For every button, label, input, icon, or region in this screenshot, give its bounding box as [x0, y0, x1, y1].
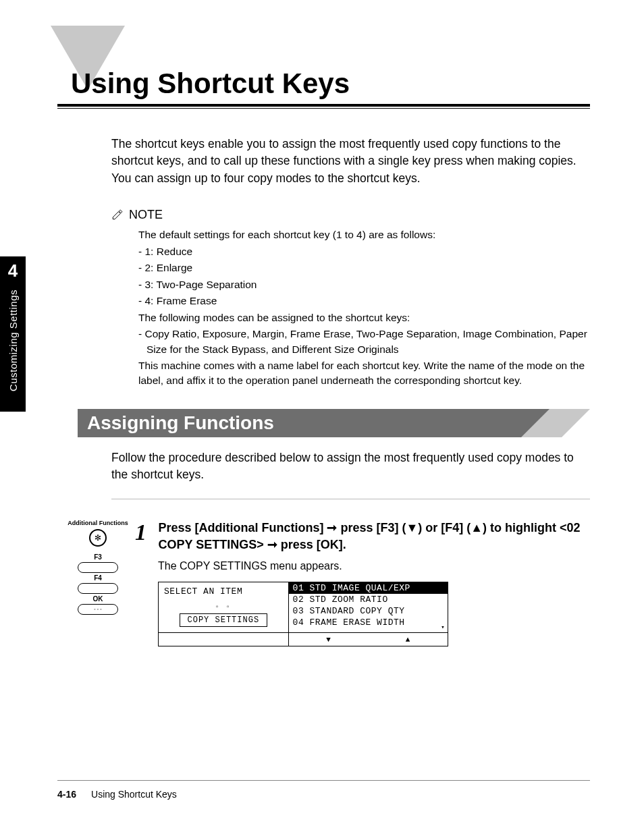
step-sub: The COPY SETTINGS menu appears.: [158, 560, 590, 572]
lcd-row-3: 03 STANDARD COPY QTY: [289, 605, 448, 617]
arrow-icon-2: ➞: [267, 538, 277, 551]
pencil-icon: [111, 209, 124, 221]
section-intro: Follow the procedure described below to …: [111, 449, 590, 484]
lcd-display: SELECT AN ITEM ▫ ▫ COPY SETTINGS 01 STD …: [158, 582, 448, 646]
arrow-icon: ➞: [327, 521, 337, 534]
lcd-row-1: 01 STD IMAGE QUAL/EXP: [289, 582, 448, 594]
scroll-up-icon: ▴: [441, 584, 444, 591]
chapter-title: Using Shortcut Keys: [57, 34, 590, 100]
lcd-scroll-icon: ▴ ▾: [439, 584, 446, 631]
note-line-1: The default settings for each shortcut k…: [138, 227, 590, 242]
section-title: Assigning Functions: [87, 412, 274, 434]
scroll-down-icon: ▾: [441, 624, 444, 631]
note-modes: - Copy Ratio, Exposure, Margin, Frame Er…: [138, 327, 590, 357]
page-number: 4-16: [57, 789, 76, 800]
lcd-left-title: SELECT AN ITEM: [164, 586, 283, 597]
intro-paragraph: The shortcut keys enable you to assign t…: [111, 136, 590, 187]
note-default-3: - 3: Two-Page Separation: [138, 277, 590, 292]
note-label: NOTE: [129, 206, 163, 223]
chapter-heading: Using Shortcut Keys: [57, 34, 590, 109]
footer: 4-16 Using Shortcut Keys: [57, 789, 177, 800]
lcd-dots-icon: ▫ ▫: [164, 603, 283, 611]
ok-key-label: OK: [61, 595, 135, 603]
note-default-1: - 1: Reduce: [138, 244, 590, 259]
key-diagram: Additional Functions ✻ F3 F4 OK: [61, 520, 135, 646]
f4-key-icon: [78, 583, 118, 594]
note-heading: NOTE: [111, 206, 590, 223]
af-key-label: Additional Functions: [61, 520, 135, 526]
lcd-row-2: 02 STD ZOOM RATIO: [289, 594, 448, 605]
chapter-rule-thick: [57, 104, 590, 107]
f3-key-label: F3: [61, 553, 135, 561]
section-bar: Assigning Functions: [78, 409, 590, 437]
lcd-nav-up: ▲: [368, 633, 448, 646]
lcd-left-box: COPY SETTINGS: [180, 613, 267, 627]
f4-key-label: F4: [61, 574, 135, 582]
lcd-row-4: 04 FRAME ERASE WIDTH: [289, 617, 448, 628]
step-head-a: Press [Additional Functions]: [158, 521, 327, 534]
note-default-4: - 4: Frame Erase: [138, 294, 590, 308]
lcd-nav-down: ▼: [289, 633, 369, 646]
note-default-2: - 2: Enlarge: [138, 260, 590, 275]
f3-key-icon: [78, 562, 118, 573]
chapter-rule-thin: [57, 108, 590, 109]
step-heading: Press [Additional Functions] ➞ press [F3…: [158, 520, 586, 553]
additional-functions-key-icon: ✻: [89, 529, 107, 547]
note-affix: This machine comes with a name label for…: [138, 358, 590, 389]
step-separator: [111, 499, 590, 499]
chapter-number: 4: [8, 260, 18, 281]
step-number: 1: [135, 520, 155, 545]
step-head-c: press [OK].: [277, 538, 346, 551]
side-tab: 4 Customizing Settings: [0, 256, 26, 412]
footer-title: Using Shortcut Keys: [91, 789, 177, 800]
side-tab-label: Customizing Settings: [7, 289, 19, 391]
ok-key-icon: [78, 604, 118, 615]
footer-rule: [57, 780, 590, 781]
note-line-2: The following modes can be assigned to t…: [138, 310, 590, 325]
